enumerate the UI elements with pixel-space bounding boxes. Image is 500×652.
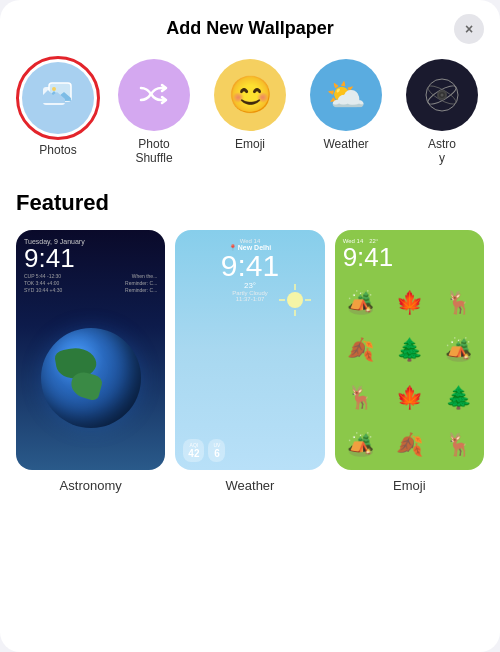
weather-sun bbox=[275, 280, 315, 320]
astronomy-icon bbox=[421, 74, 463, 116]
widget1-num: 42 bbox=[188, 448, 199, 459]
emoji-cell-6: 🏕️ bbox=[435, 327, 482, 373]
photo-shuffle-icon-circle bbox=[118, 59, 190, 131]
wallpaper-type-photo-shuffle[interactable]: Photo Shuffle bbox=[108, 59, 200, 166]
weather-card-label: Weather bbox=[226, 478, 275, 493]
astro-w2-left: TOK 3:44 +4:00 bbox=[24, 280, 59, 286]
photos-icon-circle bbox=[22, 62, 94, 134]
photos-icon bbox=[39, 79, 77, 117]
weather-widget-2: UV 6 bbox=[208, 439, 225, 462]
temp-value: 23° bbox=[244, 281, 256, 290]
emoji-cell-10: 🏕️ bbox=[337, 422, 384, 468]
modal-title: Add New Wallpaper bbox=[166, 18, 333, 39]
emoji-cell-12: 🦌 bbox=[435, 422, 482, 468]
wallpaper-type-astronomy[interactable]: Astroy bbox=[396, 59, 488, 166]
featured-card-astronomy[interactable]: Tuesday, 9 January 9:41 CUP 5:44 -12:30 … bbox=[16, 230, 165, 493]
emoji-cell-8: 🍁 bbox=[386, 375, 433, 421]
astro-widget-row-3: SYD 10:44 +4:30 Reminder: C... bbox=[24, 287, 157, 293]
svg-point-4 bbox=[52, 87, 56, 91]
weather-bg: Wed 14 📍 New Delhi 9:41 23° Partly Cloud… bbox=[175, 230, 324, 470]
featured-section: Featured Tuesday, 9 January 9:41 CUP 5:4… bbox=[0, 182, 500, 505]
photos-label: Photos bbox=[39, 143, 76, 157]
weather-preview: Wed 14 📍 New Delhi 9:41 23° Partly Cloud… bbox=[175, 230, 324, 470]
astro-w1-left: CUP 5:44 -12:30 bbox=[24, 273, 61, 279]
emoji-preview: Wed 14 22° 9:41 🏕️ 🍁 🦌 🍂 🌲 🏕️ 🦌 🍁 bbox=[335, 230, 484, 470]
add-wallpaper-modal: Add New Wallpaper × bbox=[0, 0, 500, 652]
photo-shuffle-label: Photo Shuffle bbox=[135, 137, 172, 166]
emoji-card-label: Emoji bbox=[393, 478, 426, 493]
wallpaper-type-weather[interactable]: ⛅ Weather bbox=[300, 59, 392, 166]
selected-ring bbox=[19, 59, 97, 137]
wallpaper-type-photos[interactable]: Photos bbox=[12, 59, 104, 166]
astronomy-card-label: Astronomy bbox=[60, 478, 122, 493]
svg-point-10 bbox=[441, 94, 444, 97]
emoji-grid: 🏕️ 🍁 🦌 🍂 🌲 🏕️ 🦌 🍁 🌲 🏕️ 🍂 🦌 bbox=[335, 230, 484, 470]
astronomy-type-label: Astroy bbox=[428, 137, 456, 166]
wallpaper-type-emoji[interactable]: 😊 Emoji bbox=[204, 59, 296, 166]
astro-w1-right: When the... bbox=[132, 273, 158, 279]
astro-w3-left: SYD 10:44 +4:30 bbox=[24, 287, 62, 293]
astro-widget-row-1: CUP 5:44 -12:30 When the... bbox=[24, 273, 157, 279]
widget2-num: 6 bbox=[214, 448, 220, 459]
astro-widget-row-2: TOK 3:44 +4:00 Reminder: C... bbox=[24, 280, 157, 286]
weather-time2: 11:37-1:07 bbox=[236, 296, 265, 302]
weather-widget-1: AQI 42 bbox=[183, 439, 204, 462]
svg-point-11 bbox=[287, 292, 303, 308]
emoji-icon-circle: 😊 bbox=[214, 59, 286, 131]
close-button[interactable]: × bbox=[454, 14, 484, 44]
modal-header: Add New Wallpaper × bbox=[0, 0, 500, 49]
emoji-cell-5: 🌲 bbox=[386, 327, 433, 373]
astronomy-preview: Tuesday, 9 January 9:41 CUP 5:44 -12:30 … bbox=[16, 230, 165, 470]
emoji-cell-2: 🍁 bbox=[386, 280, 433, 326]
weather-icon-circle: ⛅ bbox=[310, 59, 382, 131]
emoji-cell-3: 🦌 bbox=[435, 280, 482, 326]
sun-icon bbox=[275, 280, 315, 320]
earth-graphic bbox=[41, 328, 141, 428]
emoji-cell-1: 🏕️ bbox=[337, 280, 384, 326]
astro-widgets: CUP 5:44 -12:30 When the... TOK 3:44 +4:… bbox=[16, 271, 165, 295]
astronomy-icon-circle bbox=[406, 59, 478, 131]
emoji-cell-9: 🌲 bbox=[435, 375, 482, 421]
emoji-cell-4: 🍂 bbox=[337, 327, 384, 373]
weather-temp: 23° bbox=[244, 281, 256, 290]
close-icon: × bbox=[465, 21, 473, 37]
emoji-cell-7: 🦌 bbox=[337, 375, 384, 421]
astro-top: Tuesday, 9 January 9:41 bbox=[16, 230, 165, 271]
featured-card-weather[interactable]: Wed 14 📍 New Delhi 9:41 23° Partly Cloud… bbox=[175, 230, 324, 493]
featured-card-emoji[interactable]: Wed 14 22° 9:41 🏕️ 🍁 🦌 🍂 🌲 🏕️ 🦌 🍁 bbox=[335, 230, 484, 493]
emoji-type-label: Emoji bbox=[235, 137, 265, 151]
weather-time: 9:41 bbox=[221, 251, 279, 281]
shuffle-icon bbox=[135, 76, 173, 114]
astro-w2-right: Reminder: C... bbox=[125, 280, 157, 286]
wallpaper-type-selector: Photos Photo Shuffle 😊 Emoji ⛅ Weather bbox=[0, 49, 500, 182]
astro-time: 9:41 bbox=[24, 245, 157, 271]
weather-widgets: AQI 42 UV 6 bbox=[183, 439, 316, 462]
weather-type-label: Weather bbox=[323, 137, 368, 151]
featured-title: Featured bbox=[16, 190, 484, 216]
earth-container bbox=[16, 295, 165, 470]
emoji-cell-11: 🍂 bbox=[386, 422, 433, 468]
featured-grid: Tuesday, 9 January 9:41 CUP 5:44 -12:30 … bbox=[16, 230, 484, 493]
astro-w3-right: Reminder: C... bbox=[125, 287, 157, 293]
